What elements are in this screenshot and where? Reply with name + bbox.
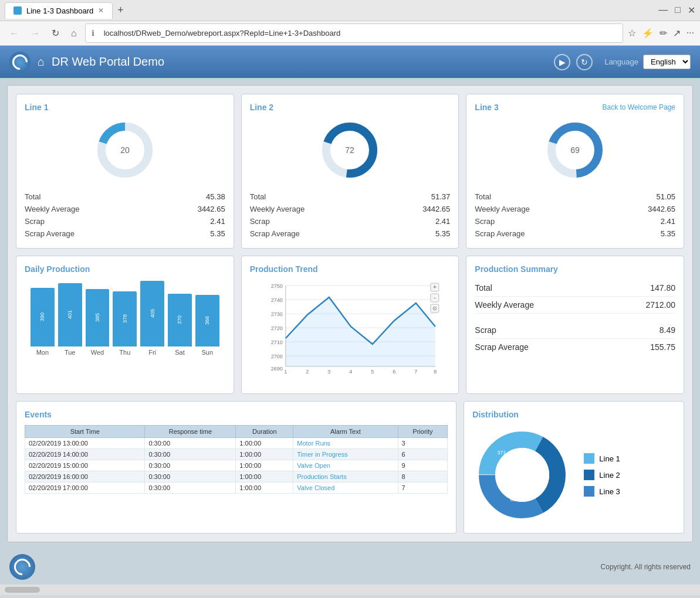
bar-wed-value: 385 bbox=[94, 313, 100, 322]
line1-scrap-avg-value: 5.35 bbox=[210, 229, 225, 238]
alarm-link[interactable]: Timer in Progress bbox=[297, 451, 347, 458]
col-alarm-text: Alarm Text bbox=[293, 426, 398, 438]
summary-weekly-value: 2712.00 bbox=[645, 300, 675, 310]
cell-priority: 3 bbox=[398, 438, 448, 449]
line1-card: Line 1 20 Total 45.38 Weekly Average 344… bbox=[16, 94, 234, 249]
trend-svg: 2750 2740 2730 2720 2710 2700 2690 1 2 3 bbox=[250, 280, 451, 379]
bar-thu: 378 Thu bbox=[113, 291, 137, 356]
bar-tue: 401 Tue bbox=[58, 283, 82, 356]
line2-scrap-avg-row: Scrap Average 5.35 bbox=[250, 227, 451, 240]
alarm-link[interactable]: Production Starts bbox=[297, 473, 346, 480]
cell-start: 02/20/2019 15:00:00 bbox=[25, 460, 145, 471]
cell-response: 0:30:00 bbox=[145, 460, 236, 471]
table-row[interactable]: 02/20/2019 17:00:00 0:30:00 1:00:00 Valv… bbox=[25, 483, 448, 494]
refresh-button[interactable]: ↻ bbox=[48, 26, 63, 40]
footer: Copyright. All rights reserved bbox=[0, 549, 700, 585]
line3-scrap-avg-value: 5.35 bbox=[661, 229, 675, 238]
bookmark-icon[interactable]: ☆ bbox=[628, 28, 636, 39]
table-row[interactable]: 02/20/2019 13:00:00 0:30:00 1:00:00 Moto… bbox=[25, 438, 448, 449]
line1-donut-container: 20 bbox=[25, 118, 225, 182]
col-response-time: Response time bbox=[145, 426, 236, 438]
daily-production-card: Daily Production 390 Mon 401 bbox=[16, 256, 234, 394]
bar-mon-bar: 390 bbox=[31, 288, 55, 346]
distribution-legend: Line 1 Line 2 Line 3 bbox=[584, 453, 620, 497]
events-table: Start Time Response time Duration Alarm … bbox=[25, 425, 448, 494]
line3-weekly-row: Weekly Average 3442.65 bbox=[475, 203, 675, 215]
tab-close-button[interactable]: ✕ bbox=[98, 6, 104, 15]
line3-scrap-avg-label: Scrap Average bbox=[475, 229, 525, 238]
bar-sat: 370 Sat bbox=[168, 294, 192, 356]
browser-tab[interactable]: Line 1-3 Dashboard ✕ bbox=[5, 2, 113, 19]
svg-text:371: 371 bbox=[498, 450, 506, 456]
table-row[interactable]: 02/20/2019 15:00:00 0:30:00 1:00:00 Valv… bbox=[25, 460, 448, 471]
bar-sun-label: Sun bbox=[201, 349, 213, 356]
svg-text:⊙: ⊙ bbox=[432, 305, 437, 311]
browser-toolbar: ☆ ⚡ ✏ ↗ ··· bbox=[628, 28, 694, 39]
cell-alarm: Motor Runs bbox=[293, 438, 398, 449]
line3-title: Line 3 bbox=[475, 103, 498, 112]
footer-copyright: Copyright. All rights reserved bbox=[601, 563, 691, 571]
bottom-row: Events Start Time Response time Duration… bbox=[16, 401, 684, 534]
line1-total-label: Total bbox=[25, 192, 40, 201]
main-content: Line 1 20 Total 45.38 Weekly Average 344… bbox=[0, 78, 700, 549]
extensions-icon[interactable]: ⚡ bbox=[642, 28, 654, 39]
new-tab-button[interactable]: + bbox=[113, 4, 128, 16]
summary-scrap-avg-row: Scrap Average 155.75 bbox=[475, 339, 675, 355]
alarm-link[interactable]: Valve Open bbox=[297, 462, 330, 469]
bar-sat-bar: 370 bbox=[168, 294, 192, 346]
line1-weekly-label: Weekly Average bbox=[25, 205, 79, 213]
home-button[interactable]: ⌂ bbox=[67, 27, 80, 40]
svg-text:8: 8 bbox=[434, 369, 437, 375]
secure-icon: ℹ bbox=[92, 29, 94, 38]
maximize-button[interactable]: □ bbox=[675, 5, 681, 16]
col-priority: Priority bbox=[398, 426, 448, 438]
back-button[interactable]: ← bbox=[6, 27, 22, 40]
scrollbar[interactable] bbox=[0, 585, 700, 595]
summary-scrap-avg-label: Scrap Average bbox=[475, 342, 529, 352]
bar-fri-value: 405 bbox=[150, 309, 155, 318]
distribution-donut: 371 375 650 bbox=[472, 425, 572, 525]
legend-label-line1: Line 1 bbox=[599, 454, 620, 463]
back-to-welcome-link[interactable]: Back to Welcome Page bbox=[602, 103, 675, 111]
events-body: 02/20/2019 13:00:00 0:30:00 1:00:00 Moto… bbox=[25, 438, 448, 494]
pen-icon[interactable]: ✏ bbox=[660, 28, 667, 39]
address-bar[interactable] bbox=[98, 26, 617, 40]
bar-thu-value: 378 bbox=[122, 314, 128, 323]
line1-weekly-value: 3442.65 bbox=[198, 205, 225, 213]
minimize-button[interactable]: — bbox=[658, 5, 668, 16]
svg-text:5: 5 bbox=[371, 369, 374, 375]
play-button[interactable]: ▶ bbox=[554, 54, 570, 70]
svg-text:2700: 2700 bbox=[270, 354, 282, 359]
svg-text:6: 6 bbox=[393, 369, 395, 375]
sync-button[interactable]: ↻ bbox=[576, 54, 593, 70]
tab-favicon bbox=[13, 6, 22, 15]
menu-icon[interactable]: ··· bbox=[687, 28, 694, 39]
line2-donut-chart: 72 bbox=[317, 118, 382, 182]
line2-weekly-value: 3442.65 bbox=[422, 205, 450, 213]
legend-label-line3: Line 3 bbox=[599, 487, 620, 496]
close-button[interactable]: ✕ bbox=[688, 5, 695, 16]
summary-scrap-value: 8.49 bbox=[660, 325, 675, 335]
footer-logo bbox=[9, 554, 35, 580]
table-row[interactable]: 02/20/2019 14:00:00 0:30:00 1:00:00 Time… bbox=[25, 449, 448, 460]
cell-alarm: Production Starts bbox=[293, 471, 398, 483]
cell-response: 0:30:00 bbox=[145, 483, 236, 494]
table-row[interactable]: 02/20/2019 16:00:00 0:30:00 1:00:00 Prod… bbox=[25, 471, 448, 483]
alarm-link[interactable]: Motor Runs bbox=[297, 440, 330, 447]
bar-tue-value: 401 bbox=[67, 310, 73, 319]
events-header-row: Start Time Response time Duration Alarm … bbox=[25, 426, 448, 438]
line3-donut-chart: 69 bbox=[543, 118, 607, 182]
daily-production-title: Daily Production bbox=[25, 264, 225, 274]
bar-mon: 390 Mon bbox=[31, 288, 55, 356]
events-title: Events bbox=[25, 410, 448, 419]
home-icon[interactable]: ⌂ bbox=[38, 55, 45, 69]
forward-button[interactable]: → bbox=[27, 27, 43, 40]
share-icon[interactable]: ↗ bbox=[673, 28, 681, 39]
language-select[interactable]: English bbox=[643, 55, 691, 69]
alarm-link[interactable]: Valve Closed bbox=[297, 484, 334, 491]
svg-text:72: 72 bbox=[346, 145, 355, 155]
cell-start: 02/20/2019 13:00:00 bbox=[25, 438, 145, 449]
line3-scrap-row: Scrap 2.41 bbox=[475, 215, 675, 227]
cell-response: 0:30:00 bbox=[145, 449, 236, 460]
bar-chart: 390 Mon 401 Tue 385 bbox=[25, 280, 225, 356]
